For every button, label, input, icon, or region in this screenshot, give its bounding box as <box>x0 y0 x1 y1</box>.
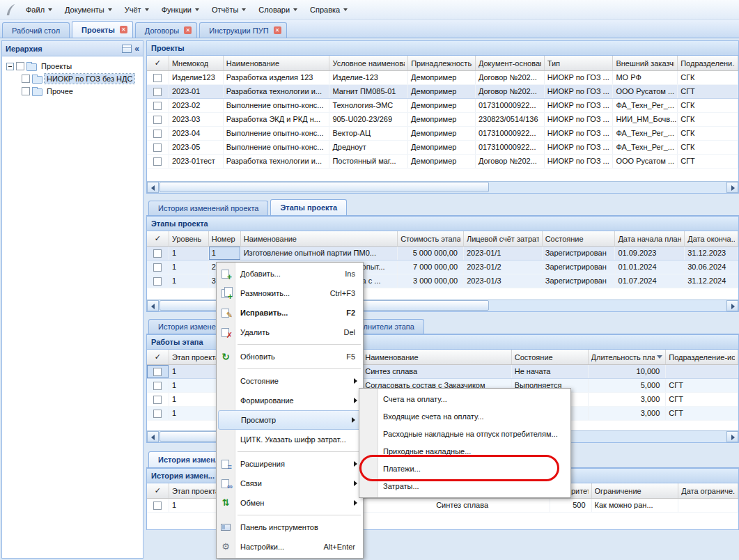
table-row[interactable]: 2023-02Выполнение опытно-конс...Технолог… <box>147 99 738 113</box>
checkbox-icon[interactable] <box>153 74 162 82</box>
column-header[interactable]: Условное наименова... <box>329 56 408 70</box>
table-row[interactable]: 2023-04Выполнение опытно-конс...Вектор-А… <box>147 127 738 141</box>
context-menu-item[interactable]: Настройки...Alt+Enter <box>217 537 363 557</box>
column-header[interactable]: ✓ <box>147 56 169 70</box>
checkbox-icon[interactable] <box>153 263 162 272</box>
menubar-item-7[interactable]: Справка <box>304 2 354 17</box>
row-select-cell[interactable] <box>147 85 169 98</box>
submenu-item[interactable]: Расходные накладные на отпуск потребител… <box>359 426 570 443</box>
row-select-cell[interactable] <box>147 260 169 274</box>
collapse-sidebar-icon[interactable] <box>134 44 139 54</box>
stages-tab-1[interactable]: История изменений проекта <box>148 201 268 215</box>
workspace-tab-1[interactable]: Рабочий стол <box>2 22 70 38</box>
context-menu-item[interactable]: ОбновитьF5 <box>217 347 363 366</box>
close-icon[interactable] <box>120 26 127 33</box>
column-header[interactable]: ✓ <box>147 483 169 498</box>
context-menu-item[interactable]: Связи <box>217 474 363 493</box>
checkbox-icon[interactable] <box>22 75 30 83</box>
menubar-item-3[interactable]: Учёт <box>118 2 155 17</box>
submenu-item[interactable]: Затраты... <box>359 478 570 495</box>
row-select-cell[interactable] <box>147 113 169 126</box>
column-header[interactable]: Дата начала план <box>615 231 685 246</box>
checkbox-icon[interactable] <box>153 277 162 286</box>
table-row[interactable]: Изделие123Разработка изделия 123Изделие-… <box>147 71 738 85</box>
column-header[interactable]: Уровень <box>169 231 209 246</box>
checkbox-icon[interactable] <box>153 368 162 376</box>
menubar-item-4[interactable]: Функции <box>155 2 205 17</box>
column-header[interactable]: Наименование <box>241 231 398 246</box>
scroll-right-icon[interactable] <box>726 182 738 193</box>
checkbox-icon[interactable] <box>153 88 162 96</box>
row-select-cell[interactable] <box>147 365 169 378</box>
checkbox-icon[interactable] <box>153 102 162 110</box>
panel-menu-icon[interactable] <box>122 45 132 53</box>
checkbox-icon[interactable] <box>153 116 162 124</box>
checkbox-icon[interactable] <box>153 410 162 418</box>
context-menu-item[interactable]: Просмотр <box>218 410 361 430</box>
checkbox-icon[interactable] <box>16 62 24 70</box>
checkbox-icon[interactable] <box>153 382 162 390</box>
checkbox-icon[interactable] <box>153 143 162 152</box>
menubar-item-1[interactable]: Файл <box>20 2 59 17</box>
row-select-cell[interactable] <box>147 71 169 84</box>
context-menu-item[interactable]: Размножить...Ctrl+F3 <box>217 283 363 303</box>
scroll-right-icon[interactable] <box>726 300 738 311</box>
context-menu-item[interactable]: Исправить...F2 <box>217 303 363 322</box>
row-select-cell[interactable] <box>147 155 169 168</box>
context-menu-item[interactable]: ЦИТК. Указать шифр затрат... <box>217 430 363 449</box>
row-select-cell[interactable] <box>147 247 169 260</box>
scrollbar-track[interactable] <box>159 182 726 193</box>
row-select-cell[interactable] <box>147 99 169 112</box>
tree-item[interactable]: Прочее <box>3 85 141 98</box>
row-select-cell[interactable] <box>147 407 169 420</box>
column-header[interactable]: Лицевой счёт затрат <box>464 231 543 246</box>
collapse-expander-icon[interactable] <box>6 63 14 70</box>
context-menu-item[interactable]: Состояние <box>217 371 363 391</box>
close-icon[interactable] <box>184 26 192 34</box>
scroll-left-icon[interactable] <box>147 182 159 193</box>
table-row[interactable]: 2023-03Разработка ЭКД и РКД н...905-U020… <box>147 113 738 127</box>
column-header[interactable]: Ограничение <box>592 483 679 498</box>
scroll-left-icon[interactable] <box>147 431 159 442</box>
row-select-cell[interactable] <box>147 141 169 154</box>
menubar-item-5[interactable]: Отчёты <box>205 2 252 17</box>
submenu-item[interactable]: Платежи... <box>359 460 570 478</box>
column-header[interactable]: ✓ <box>147 350 169 364</box>
context-menu-item[interactable]: Обмен <box>217 493 363 513</box>
context-menu-item[interactable]: Добавить...Ins <box>217 264 363 283</box>
table-row[interactable]: 2023-01Разработка технологии и...Магнит … <box>147 85 738 99</box>
checkbox-icon[interactable] <box>153 501 162 510</box>
row-select-cell[interactable] <box>147 393 169 406</box>
column-header[interactable]: Подразделени... <box>678 56 738 70</box>
projects-hscrollbar[interactable] <box>147 181 738 193</box>
column-header[interactable]: Длительность план <box>589 350 667 364</box>
checkbox-icon[interactable] <box>22 87 30 95</box>
row-select-cell[interactable] <box>147 499 169 512</box>
column-header[interactable]: Наименование <box>224 56 330 70</box>
close-icon[interactable] <box>274 26 281 34</box>
row-select-cell[interactable] <box>147 274 169 288</box>
column-header[interactable]: Внешний заказчик <box>613 56 678 70</box>
context-menu-item[interactable]: Расширения <box>217 454 363 474</box>
table-row[interactable]: 11Изготовление опытной партии ПМ0...5 00… <box>147 247 738 260</box>
workspace-tab-3[interactable]: Договоры <box>135 22 197 38</box>
checkbox-icon[interactable] <box>153 249 162 258</box>
column-header[interactable]: Наименование <box>362 350 511 364</box>
column-header[interactable]: Состояние <box>543 231 616 246</box>
column-header[interactable]: Тип <box>545 56 614 70</box>
column-header[interactable]: Документ-основан... <box>476 56 545 70</box>
table-row[interactable]: 2023-05Выполнение опытно-конс...Дредноут… <box>147 141 738 155</box>
row-select-cell[interactable] <box>147 127 169 140</box>
menubar-item-2[interactable]: Документы <box>59 2 118 17</box>
scroll-left-icon[interactable] <box>147 300 159 311</box>
submenu-item[interactable]: Счета на оплату... <box>359 391 570 408</box>
tree-item[interactable]: Проекты <box>3 60 141 72</box>
checkbox-icon[interactable] <box>153 130 162 138</box>
column-header[interactable]: Номер <box>209 231 241 246</box>
workspace-tab-4[interactable]: Инструкции ПУП <box>199 22 286 38</box>
scrollbar-thumb[interactable] <box>160 182 489 192</box>
context-menu-item[interactable]: УдалитьDel <box>217 322 363 342</box>
column-header[interactable]: Стоимость этапа <box>398 231 464 246</box>
submenu-item[interactable]: Приходные накладные... <box>359 443 570 460</box>
column-header[interactable]: Дата оконча... <box>685 231 738 246</box>
